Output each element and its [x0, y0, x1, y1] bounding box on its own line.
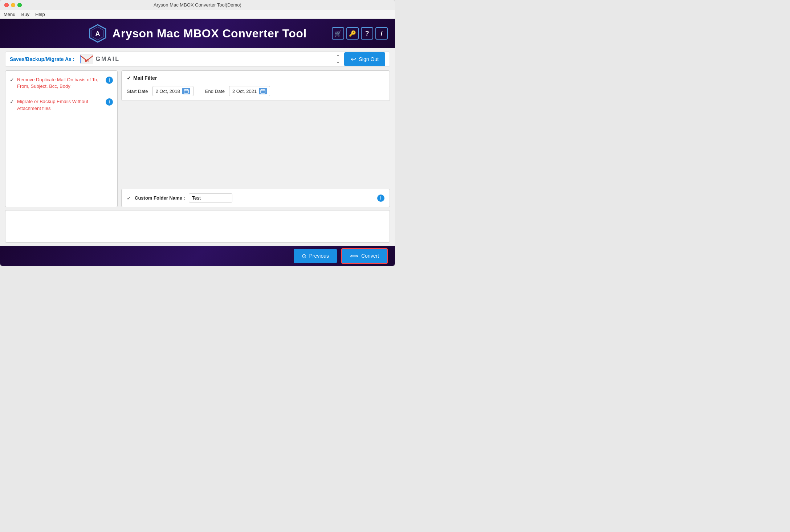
menu-item-buy[interactable]: Buy — [21, 12, 29, 17]
footer: ⊙ Previous ⟺ Convert — [0, 246, 395, 266]
option-row-1: ✓ Remove Duplicate Mail On basis of To, … — [10, 77, 113, 90]
minimize-button[interactable] — [11, 3, 15, 7]
save-label: Saves/Backup/Migrate As : — [10, 56, 74, 62]
sign-out-button[interactable]: ↩ Sign Out — [344, 52, 385, 66]
remove-duplicate-label: Remove Duplicate Mail On basis of To, Fr… — [17, 77, 103, 90]
mail-filter-check[interactable]: ✓ — [127, 75, 131, 81]
option-row-2: ✓ Migrate or Backup Emails Without Attac… — [10, 98, 113, 111]
header-banner: A Aryson Mac MBOX Converter Tool 🛒 🔑 ? i — [0, 19, 395, 48]
svg-rect-12 — [261, 90, 265, 93]
custom-folder-box: ✓ Custom Folder Name : i — [121, 189, 390, 207]
convert-label: Convert — [361, 253, 379, 259]
sign-out-label: Sign Out — [359, 56, 379, 62]
window-title: Aryson Mac MBOX Converter Tool(Demo) — [154, 2, 241, 8]
save-bar: Saves/Backup/Migrate As : M GMAIL ⌃⌄ ↩ S… — [5, 52, 390, 67]
right-panel-spacer — [121, 105, 390, 185]
menu-item-menu[interactable]: Menu — [4, 12, 16, 17]
mail-filter-label: Mail Filter — [133, 75, 157, 81]
custom-folder-label: Custom Folder Name : — [135, 195, 185, 201]
migrate-no-attach-label: Migrate or Backup Emails Without Attachm… — [17, 98, 103, 111]
convert-button[interactable]: ⟺ Convert — [341, 248, 388, 264]
mail-filter-box: ✓ Mail Filter Start Date 2 Oct, 2018 End… — [121, 70, 390, 101]
log-area — [5, 210, 390, 243]
app-title: Aryson Mac MBOX Converter Tool — [112, 27, 306, 40]
custom-folder-check[interactable]: ✓ — [127, 195, 131, 201]
key-icon-btn[interactable]: 🔑 — [346, 27, 359, 40]
gmail-logo-icon: M — [80, 54, 93, 64]
end-date-value[interactable]: 2 Oct, 2021 — [229, 86, 270, 96]
aryson-logo: A — [88, 24, 107, 43]
close-button[interactable] — [4, 3, 9, 7]
convert-arrows-icon: ⟺ — [350, 253, 358, 259]
remove-duplicate-check[interactable]: ✓ — [10, 77, 14, 83]
cart-icon-btn[interactable]: 🛒 — [332, 27, 344, 40]
svg-text:M: M — [85, 58, 89, 63]
end-date-calendar-icon[interactable] — [259, 88, 267, 94]
menu-item-help[interactable]: Help — [35, 12, 45, 17]
start-date-value[interactable]: 2 Oct, 2018 — [152, 86, 194, 96]
start-date-calendar-icon[interactable] — [182, 88, 190, 94]
previous-arrow-icon: ⊙ — [302, 253, 306, 259]
custom-folder-input[interactable] — [189, 193, 232, 202]
title-bar: Aryson Mac MBOX Converter Tool(Demo) — [0, 0, 395, 10]
end-date-label: End Date — [205, 89, 225, 94]
gmail-text: GMAIL — [95, 56, 120, 62]
date-row: Start Date 2 Oct, 2018 End Date 2 Oct, 2… — [127, 86, 384, 96]
menu-bar: Menu Buy Help — [0, 10, 395, 19]
maximize-button[interactable] — [17, 3, 22, 7]
info-icon-btn[interactable]: i — [375, 27, 388, 40]
help-icon-btn[interactable]: ? — [361, 27, 373, 40]
right-panel: ✓ Mail Filter Start Date 2 Oct, 2018 End… — [121, 70, 390, 207]
sign-out-arrow-icon: ↩ — [351, 55, 356, 63]
header-icon-group: 🛒 🔑 ? i — [332, 27, 388, 40]
content-area: Saves/Backup/Migrate As : M GMAIL ⌃⌄ ↩ S… — [0, 48, 395, 246]
custom-folder-info-icon[interactable]: i — [377, 195, 384, 202]
migrate-no-attach-check[interactable]: ✓ — [10, 99, 14, 105]
remove-duplicate-info-icon[interactable]: i — [106, 77, 113, 84]
header-logo-area: A Aryson Mac MBOX Converter Tool — [7, 24, 388, 43]
start-date-label: Start Date — [127, 89, 148, 94]
svg-rect-8 — [184, 90, 188, 93]
migrate-no-attach-info-icon[interactable]: i — [106, 98, 113, 106]
svg-text:A: A — [95, 30, 100, 37]
traffic-lights — [4, 3, 22, 7]
gmail-logo-area: M GMAIL — [80, 54, 336, 64]
previous-button[interactable]: ⊙ Previous — [294, 249, 337, 263]
left-panel: ✓ Remove Duplicate Mail On basis of To, … — [5, 70, 118, 207]
dropdown-arrow-icon[interactable]: ⌃⌄ — [336, 54, 340, 64]
panels-area: ✓ Remove Duplicate Mail On basis of To, … — [5, 70, 390, 207]
previous-label: Previous — [309, 253, 329, 259]
main-window: Aryson Mac MBOX Converter Tool(Demo) Men… — [0, 0, 395, 266]
mail-filter-title: ✓ Mail Filter — [127, 75, 384, 81]
